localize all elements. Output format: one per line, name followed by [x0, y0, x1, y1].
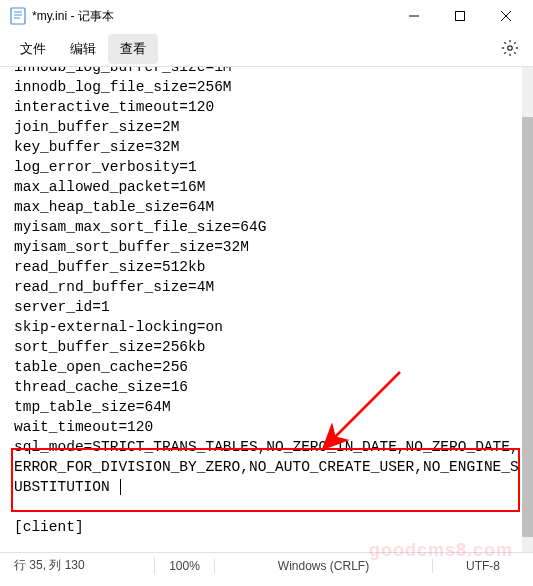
scrollbar-thumb[interactable] [522, 117, 533, 537]
editor-area[interactable]: innodb_log_buffer_size=1Minnodb_log_file… [0, 66, 533, 552]
editor-line[interactable]: read_buffer_size=512kb [14, 257, 519, 277]
statusbar: 行 35, 列 130 100% Windows (CRLF) UTF-8 [0, 552, 533, 578]
status-encoding: UTF-8 [433, 559, 533, 573]
editor-line[interactable]: wait_timeout=120 [14, 417, 519, 437]
window-title: *my.ini - 记事本 [32, 8, 391, 25]
editor-line[interactable]: interactive_timeout=120 [14, 97, 519, 117]
editor-line[interactable]: sort_buffer_size=256kb [14, 337, 519, 357]
editor-line[interactable]: key_buffer_size=32M [14, 137, 519, 157]
vertical-scrollbar[interactable] [522, 67, 533, 552]
editor-line[interactable]: log_error_verbosity=1 [14, 157, 519, 177]
menubar: 文件 编辑 查看 [0, 32, 533, 66]
menu-edit[interactable]: 编辑 [58, 34, 108, 64]
svg-point-8 [508, 45, 512, 49]
editor-line[interactable]: table_open_cache=256 [14, 357, 519, 377]
titlebar: *my.ini - 记事本 [0, 0, 533, 32]
svg-rect-0 [11, 8, 25, 24]
editor-line[interactable]: innodb_log_buffer_size=1M [14, 66, 519, 77]
editor-line[interactable]: innodb_log_file_size=256M [14, 77, 519, 97]
editor-line[interactable]: myisam_max_sort_file_size=64G [14, 217, 519, 237]
close-button[interactable] [483, 0, 529, 32]
menu-file[interactable]: 文件 [8, 34, 58, 64]
editor-line[interactable]: myisam_sort_buffer_size=32M [14, 237, 519, 257]
maximize-button[interactable] [437, 0, 483, 32]
editor-line[interactable] [14, 497, 519, 517]
editor-line[interactable]: [client] [14, 517, 519, 537]
editor-line[interactable]: skip-external-locking=on [14, 317, 519, 337]
editor-line[interactable]: max_allowed_packet=16M [14, 177, 519, 197]
editor-line[interactable]: thread_cache_size=16 [14, 377, 519, 397]
status-line-ending: Windows (CRLF) [215, 559, 433, 573]
editor-line[interactable]: sql_mode=STRICT_TRANS_TABLES,NO_ZERO_IN_… [14, 437, 519, 497]
minimize-button[interactable] [391, 0, 437, 32]
editor-line[interactable]: max_heap_table_size=64M [14, 197, 519, 217]
text-content[interactable]: innodb_log_buffer_size=1Minnodb_log_file… [0, 66, 533, 537]
settings-button[interactable] [495, 33, 525, 66]
editor-line[interactable]: server_id=1 [14, 297, 519, 317]
editor-line[interactable]: read_rnd_buffer_size=4M [14, 277, 519, 297]
notepad-icon [10, 7, 26, 25]
editor-line[interactable]: tmp_table_size=64M [14, 397, 519, 417]
status-zoom[interactable]: 100% [155, 559, 215, 573]
status-position: 行 35, 列 130 [0, 557, 155, 574]
svg-rect-5 [456, 12, 465, 21]
window-controls [391, 0, 529, 32]
menu-view[interactable]: 查看 [108, 34, 158, 64]
editor-line[interactable]: join_buffer_size=2M [14, 117, 519, 137]
